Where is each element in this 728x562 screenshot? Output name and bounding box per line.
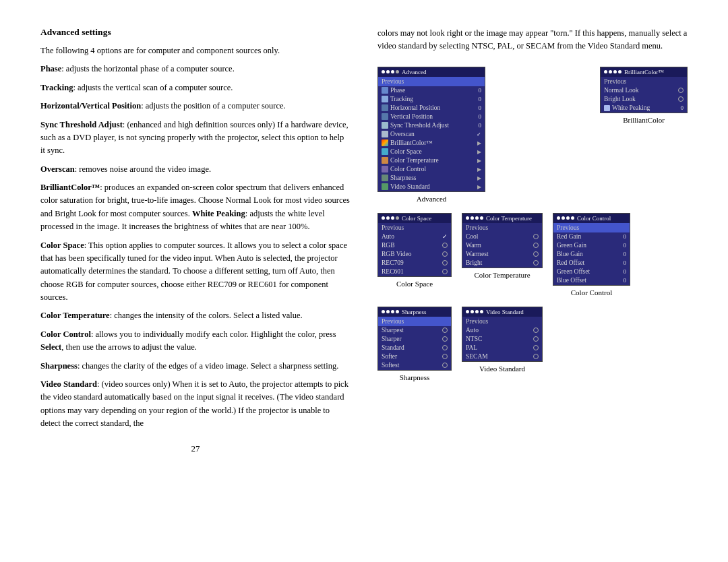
shd3 [391, 310, 394, 313]
cc-title-bar: Color Control [553, 214, 630, 223]
secam-radio [533, 354, 539, 359]
rec709-radio [442, 260, 448, 266]
colorspace-menu: Color Space Previous Auto ✓ RGB RGB Vid [377, 213, 452, 277]
tracking-icon [382, 96, 388, 102]
cc-dots [557, 216, 574, 220]
cs-rec709-row: REC709 [378, 259, 451, 268]
ct-title-bar: Color Temperature [462, 214, 542, 223]
videostandard-menu-block: Video Standard Previous Auto NTSC PAL [462, 307, 543, 381]
brilliant-dots [604, 70, 621, 73]
vs-dots [466, 310, 483, 313]
pal-radio [533, 345, 539, 350]
cc-redgain-row: Red Gain 0 [553, 232, 630, 241]
brilliant-title-text: BrilliantColor™ [624, 69, 664, 75]
videostandard-menu: Video Standard Previous Auto NTSC PAL [462, 307, 543, 362]
advanced-title-text: Advanced [402, 69, 426, 75]
csd1 [382, 216, 385, 220]
sh-softest-row: Softest [378, 361, 451, 370]
ct-dots [466, 216, 483, 220]
brilliantcolor-menu-label: BrilliantColor [623, 116, 665, 124]
colorspace-menu-block: Color Space Previous Auto ✓ RGB RGB Vid [377, 213, 452, 296]
ntsc-radio [533, 336, 539, 342]
menu-phase-row: Phase 0 [378, 86, 485, 95]
ctd4 [480, 216, 483, 220]
colorspace-menu-label: Color Space [396, 280, 433, 288]
page-layout: Advanced settings The following 4 option… [40, 27, 688, 454]
colorcontrol-menu: Color Control Previous Red Gain 0 Green … [553, 213, 630, 286]
brilliant-title-bar: BrilliantColor™ [601, 67, 687, 77]
csd2 [386, 216, 390, 220]
para-tracking: Tracking: adjusts the vertical scan of a… [40, 82, 351, 94]
sh-sharper-row: Sharper [378, 335, 451, 344]
cc-blueoffset-row: Blue Offset 0 [553, 276, 630, 285]
csd4 [396, 216, 399, 220]
cc-greenoffset-row: Green Offset 0 [553, 268, 630, 276]
bdot1 [604, 70, 607, 73]
dot2 [386, 70, 390, 73]
vs-ntsc-row: NTSC [462, 335, 542, 344]
ct-warm-row: Warm [462, 241, 542, 250]
brightlook-radio [678, 96, 684, 102]
videostandard-icon [382, 183, 388, 190]
cs-auto-row: Auto ✓ [378, 232, 451, 241]
colorcontrol-menu-block: Color Control Previous Red Gain 0 Green … [553, 213, 630, 296]
cc-previous-row: Previous [553, 223, 630, 232]
para-videostandard: Video Standard: (video sources only) Whe… [40, 378, 351, 431]
screen-row-3: Sharpness Previous Sharpest Sharper St [377, 307, 688, 381]
para-1: The following 4 options are for computer… [40, 44, 351, 57]
overscan-icon [382, 131, 388, 137]
menu-overscan-row: Overscan ✓ [378, 130, 485, 139]
ctd2 [471, 216, 474, 220]
sh-dots [382, 310, 399, 313]
menu-colortmp-row: Color Temperature ▶ [378, 156, 485, 165]
brilliant-whitepeaking-row: White Peaking 0 [601, 104, 687, 113]
sharpness-menu: Sharpness Previous Sharpest Sharper St [377, 307, 452, 371]
warm-radio [533, 243, 539, 248]
brilliant-previous-row: Previous [601, 77, 687, 86]
cs-title-text: Color Space [402, 215, 431, 222]
bdot3 [613, 70, 617, 73]
advanced-menu-label: Advanced [417, 195, 447, 203]
rgb-radio [442, 243, 448, 248]
warmest-radio [533, 251, 539, 257]
colortemp-menu: Color Temperature Previous Cool Warm W [462, 213, 543, 268]
vsd4 [480, 310, 483, 313]
colortmp-icon [382, 157, 388, 164]
shd1 [382, 310, 385, 313]
vs-secam-row: SECAM [462, 352, 542, 361]
section-title: Advanced settings [40, 27, 351, 38]
softest-radio [442, 363, 448, 368]
dot1 [382, 70, 385, 73]
softer-radio [442, 354, 448, 359]
sharper-radio [442, 336, 448, 342]
para-sharpness: Sharpness: changes the clarity of the ed… [40, 360, 351, 373]
cc-bluegain-row: Blue Gain 0 [553, 250, 630, 259]
cc-title-text: Color Control [577, 215, 611, 222]
sh-standard-row: Standard [378, 344, 451, 352]
menu-dots [382, 70, 399, 73]
shd4 [396, 310, 399, 313]
normallook-radio [678, 88, 684, 93]
right-column: colors may not look right or the image m… [377, 27, 688, 454]
colorcontrol-menu-label: Color Control [571, 288, 612, 296]
bright-radio [533, 260, 539, 266]
para-phase: Phase: adjusts the horizontal phase of a… [40, 63, 351, 75]
cs-dots [382, 216, 399, 220]
para-colortemp: Color Temperature: changes the intensity… [40, 309, 351, 322]
ccd4 [571, 216, 574, 220]
ct-bright-row: Bright [462, 259, 542, 268]
sharpness-icon [382, 175, 388, 181]
ctd3 [475, 216, 479, 220]
page-number: 27 [40, 443, 351, 454]
menu-colorctrl-row: Color Control ▶ [378, 165, 485, 174]
cs-rgbvideo-row: RGB Video [378, 250, 451, 259]
sharpness-menu-block: Sharpness Previous Sharpest Sharper St [377, 307, 452, 381]
colortemp-menu-label: Color Temperature [474, 271, 530, 279]
ccd3 [566, 216, 570, 220]
left-column: Advanced settings The following 4 option… [40, 27, 351, 454]
para-colorcontrol: Color Control: allows you to individuall… [40, 328, 351, 354]
bdot4 [618, 70, 621, 73]
menu-previous-row: Previous [378, 77, 485, 86]
colorspace-icon [382, 148, 388, 155]
sharpest-radio [442, 327, 448, 333]
